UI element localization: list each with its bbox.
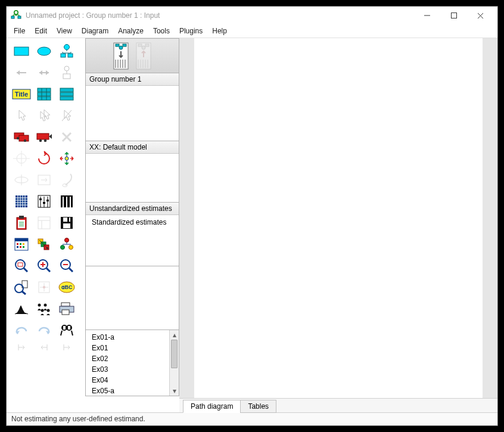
svg-rect-80 [63,217,70,222]
scroll-tool[interactable] [33,169,55,191]
select-all-tool[interactable] [33,105,55,126]
menu-plugins[interactable]: Plugins [175,24,207,38]
close-button[interactable] [467,7,494,24]
svg-rect-141 [145,44,149,46]
rotate-tool[interactable] [33,148,55,169]
tab-tables[interactable]: Tables [240,400,276,413]
input-path-icon[interactable] [113,42,129,70]
drag-properties-tool[interactable] [33,234,55,255]
output-path-icon[interactable] [135,42,152,70]
loupe-tool[interactable]: ɑBC [55,276,78,298]
svg-rect-20 [63,74,70,79]
files-scrollbar[interactable]: ▴ ▾ [169,330,179,396]
svg-rect-29 [60,92,73,96]
svg-rect-112 [39,282,49,293]
file-item[interactable]: Ex04 [89,375,175,386]
select-one-tool[interactable] [10,105,33,126]
menu-help[interactable]: Help [207,24,232,38]
svg-rect-79 [61,217,73,229]
title-tool[interactable]: Title [10,83,33,105]
svg-rect-90 [23,246,24,248]
copy-clipboard-tool[interactable] [10,212,33,234]
file-item[interactable]: Ex03 [89,364,175,375]
deselect-all-tool[interactable] [55,105,78,126]
file-item[interactable]: Ex02 [89,353,175,364]
svg-rect-72 [18,220,25,228]
svg-rect-71 [19,216,24,219]
zoom-page-tool[interactable] [10,276,33,298]
move-tool[interactable] [33,126,55,148]
reflect-tool[interactable] [55,148,78,169]
variables-in-dataset-tool[interactable] [55,83,78,105]
scroll-up-icon[interactable]: ▴ [170,330,179,340]
est-unstd-item[interactable]: Unstandardized estimates [86,203,179,215]
file-item[interactable]: Ex05-a [89,386,175,396]
svg-point-34 [17,137,19,139]
svg-point-110 [15,284,23,293]
double-arrow-tool[interactable] [33,62,55,83]
undo-tool[interactable] [10,319,33,341]
print-tool[interactable] [55,298,78,319]
menu-tools[interactable]: Tools [148,24,175,38]
diagram-canvas[interactable] [194,38,483,398]
svg-text:ɑBC: ɑBC [61,284,73,290]
menu-edit[interactable]: Edit [30,24,52,38]
tab-path-diagram[interactable]: Path diagram [183,400,241,413]
minimize-button[interactable] [413,7,440,24]
variables-in-model-tool[interactable] [33,83,55,105]
zoom-area-tool[interactable] [10,255,33,276]
menu-file[interactable]: File [9,24,30,38]
svg-point-9 [64,45,70,50]
est-std-item[interactable]: Standardized estimates [89,217,175,228]
maximize-button[interactable] [440,7,467,24]
shape-change-tool[interactable] [10,148,33,169]
degrees-freedom-tool[interactable] [55,341,78,354]
menu-analyze[interactable]: Analyze [113,24,148,38]
move-param-tool[interactable] [10,169,33,191]
bayesian-tool[interactable] [10,298,33,319]
erase-tool[interactable] [55,126,78,148]
analysis-properties-tool[interactable] [33,191,55,212]
multigroup-tool[interactable] [33,298,55,319]
svg-rect-92 [41,242,46,247]
group-item[interactable]: Group number 1 [86,73,179,86]
touch-up-tool[interactable] [55,169,78,191]
view-text-tool[interactable] [33,212,55,234]
preserve-symm-tool[interactable] [55,234,78,255]
model-item[interactable]: XX: Default model [86,141,179,154]
specification-search-tool[interactable] [55,319,78,341]
indicator-build-tool[interactable] [55,41,78,62]
menu-diagram[interactable]: Diagram [77,24,113,38]
redo-tool[interactable] [33,319,55,341]
svg-rect-32 [14,133,24,139]
svg-rect-48 [38,175,50,185]
copy-tool[interactable] [10,126,33,148]
svg-rect-23 [38,88,51,92]
select-data-tool[interactable] [10,191,33,212]
file-item[interactable]: Ex01 [89,343,175,353]
file-item[interactable]: Ex01-a [89,332,175,343]
error-variable-tool[interactable] [55,62,78,83]
single-arrow-tool[interactable] [10,62,33,83]
scroll-down-icon[interactable]: ▾ [170,386,179,396]
save-tool[interactable] [55,212,78,234]
models-panel: XX: Default model [85,141,179,203]
menu-view[interactable]: View [52,24,77,38]
svg-point-98 [69,245,73,250]
latent-ellipse-tool[interactable] [33,41,55,62]
observed-rect-tool[interactable] [10,41,33,62]
object-properties-tool[interactable] [10,234,33,255]
zoom-out-tool[interactable] [55,255,78,276]
calculate-estimates-tool[interactable] [55,191,78,212]
svg-rect-124 [62,310,69,315]
svg-point-2 [14,11,18,14]
prev-group-tool[interactable] [10,341,33,354]
canvas-area: Path diagram Tables [179,38,497,412]
fit-page-tool[interactable] [33,276,55,298]
svg-line-31 [62,110,71,121]
svg-point-113 [43,286,45,288]
next-group-tool[interactable] [33,341,55,354]
scroll-thumb[interactable] [171,340,178,368]
svg-line-39 [63,133,71,141]
zoom-in-tool[interactable] [33,255,55,276]
